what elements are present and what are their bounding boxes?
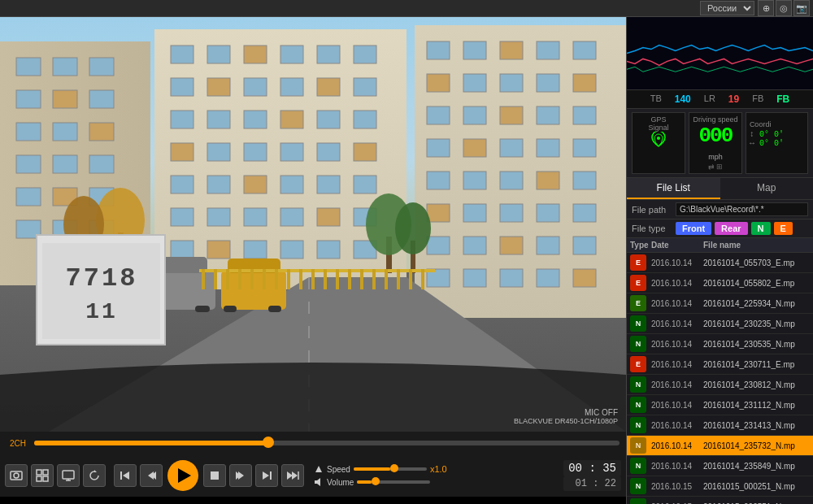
table-row[interactable]: E2016.10.1420161014_055802_E.mp	[627, 273, 813, 293]
svg-rect-102	[463, 269, 486, 287]
play-button[interactable]	[167, 460, 198, 491]
file-name: 20161014_055703_E.mp	[703, 259, 810, 267]
svg-marker-168	[292, 471, 298, 480]
table-row[interactable]: N2016.10.1420161014_231112_N.mp	[627, 395, 813, 415]
svg-rect-80	[573, 106, 596, 124]
file-type-icon: N	[630, 417, 646, 433]
svg-rect-154	[63, 471, 74, 479]
layout-btn[interactable]	[31, 464, 54, 487]
svg-rect-50	[280, 176, 303, 193]
svg-rect-99	[537, 237, 559, 254]
table-row[interactable]: N2016.10.1420161014_231413_N.mp	[627, 415, 813, 436]
svg-rect-53	[171, 208, 193, 226]
file-type-icon: N	[630, 478, 646, 494]
svg-rect-70	[573, 41, 596, 59]
table-row[interactable]: N2016.10.1420161014_235732_N.mp	[627, 436, 813, 456]
file-type-icon: E	[630, 275, 646, 291]
file-date: 2016.10.14	[651, 259, 703, 267]
file-type-icon: E	[630, 356, 646, 372]
camera-icon[interactable]: 📷	[793, 0, 810, 16]
table-row[interactable]: N2016.10.1420161014_235849_N.mp	[627, 456, 813, 476]
svg-rect-82	[463, 139, 486, 157]
svg-rect-123	[268, 306, 281, 312]
lr-label: LR	[704, 93, 715, 105]
svg-rect-97	[463, 237, 486, 254]
e-filter-btn[interactable]: E	[774, 222, 793, 235]
fast-forward-btn[interactable]	[281, 464, 304, 487]
n-filter-btn[interactable]: N	[751, 222, 771, 235]
svg-rect-46	[354, 143, 376, 161]
file-date: 2016.10.14	[651, 421, 703, 430]
screen-btn[interactable]	[57, 464, 80, 487]
table-row[interactable]: N2016.10.1420161014_230812_N.mp	[627, 375, 813, 395]
table-row[interactable]: N2016.10.1520161015_000251_N.mp	[627, 476, 813, 497]
svg-point-173	[657, 137, 660, 140]
svg-rect-153	[43, 476, 48, 481]
table-row[interactable]: E2016.10.1420161014_225934_N.mp	[627, 293, 813, 314]
skip-to-end-btn[interactable]	[255, 464, 278, 487]
volume-icon	[314, 477, 324, 487]
svg-rect-87	[463, 172, 486, 189]
svg-rect-63	[317, 241, 340, 259]
svg-rect-9	[89, 90, 114, 108]
file-name: 20161015_000251_N.mp	[703, 482, 810, 491]
svg-rect-105	[573, 269, 596, 287]
file-date: 2016.10.14	[651, 441, 703, 450]
col-filename: File name	[703, 241, 810, 250]
svg-rect-84	[537, 139, 559, 157]
svg-rect-88	[500, 172, 523, 189]
file-date: 2016.10.14	[651, 360, 703, 369]
main-content: 7718 11 MIC OFF BLACKVUE DR450-1CH/1080P…	[0, 17, 813, 504]
tb-label: TB	[650, 93, 662, 105]
file-name: 20161014_225934_N.mp	[703, 299, 810, 308]
table-row[interactable]: N2016.10.1420161014_230235_N.mp	[627, 314, 813, 334]
table-row[interactable]: N2016.10.1520161015_000551_N.mp	[627, 497, 813, 504]
refresh-btn[interactable]	[83, 464, 106, 487]
camera-view-btn[interactable]	[5, 464, 28, 487]
skip-to-start-btn[interactable]	[114, 464, 137, 487]
svg-rect-37	[244, 111, 267, 128]
map-icon[interactable]: ⊕	[758, 0, 774, 16]
tab-map[interactable]: Map	[720, 178, 814, 199]
step-forward-btn[interactable]	[229, 464, 252, 487]
table-row[interactable]: N2016.10.1420161014_230535_N.mp	[627, 334, 813, 354]
svg-rect-35	[171, 111, 193, 128]
file-table[interactable]: E2016.10.1420161014_055703_E.mpE2016.10.…	[627, 253, 813, 504]
svg-marker-165	[263, 471, 269, 480]
speed-thumb[interactable]	[390, 464, 398, 472]
progress-thumb[interactable]	[263, 437, 274, 448]
file-type-icon: N	[630, 376, 646, 393]
stop-btn[interactable]	[203, 464, 226, 487]
progress-track[interactable]	[34, 441, 620, 445]
speed-slider[interactable]	[354, 467, 427, 471]
svg-rect-93	[500, 204, 523, 222]
svg-rect-91	[427, 204, 450, 222]
speed-icon	[314, 464, 324, 474]
svg-rect-49	[244, 176, 267, 193]
svg-rect-96	[427, 237, 450, 254]
speed-value: x1.0	[430, 464, 451, 474]
tab-file-list[interactable]: File List	[627, 178, 720, 199]
top-bar: России ⊕ ◎ 📷	[0, 0, 813, 17]
table-row[interactable]: E2016.10.1420161014_055703_E.mp	[627, 253, 813, 273]
coord-lat: ↕ 0° 0'	[750, 130, 804, 139]
file-date: 2016.10.14	[651, 319, 703, 328]
speed-unit: mph	[708, 153, 723, 161]
driving-speed-label: Driving speed	[693, 115, 738, 124]
target-icon[interactable]: ◎	[776, 0, 792, 16]
front-filter-btn[interactable]: Front	[676, 222, 711, 235]
volume-thumb[interactable]	[372, 477, 380, 485]
svg-rect-5	[53, 58, 77, 76]
file-path-row: File path G:\BlackVue\Record\*.*	[627, 200, 813, 219]
svg-rect-40	[354, 111, 376, 128]
file-date: 2016.10.14	[651, 401, 703, 410]
table-row[interactable]: E2016.10.1420161014_230711_E.mp	[627, 354, 813, 375]
svg-rect-71	[427, 74, 450, 92]
step-back-btn[interactable]	[140, 464, 163, 487]
region-selector[interactable]: России	[700, 1, 754, 15]
file-date: 2016.10.14	[651, 462, 703, 471]
col-date: Date	[651, 241, 703, 250]
volume-slider[interactable]	[357, 480, 430, 484]
stats-row: TB 140 LR 19 FB FB	[627, 90, 813, 109]
rear-filter-btn[interactable]: Rear	[715, 222, 747, 235]
